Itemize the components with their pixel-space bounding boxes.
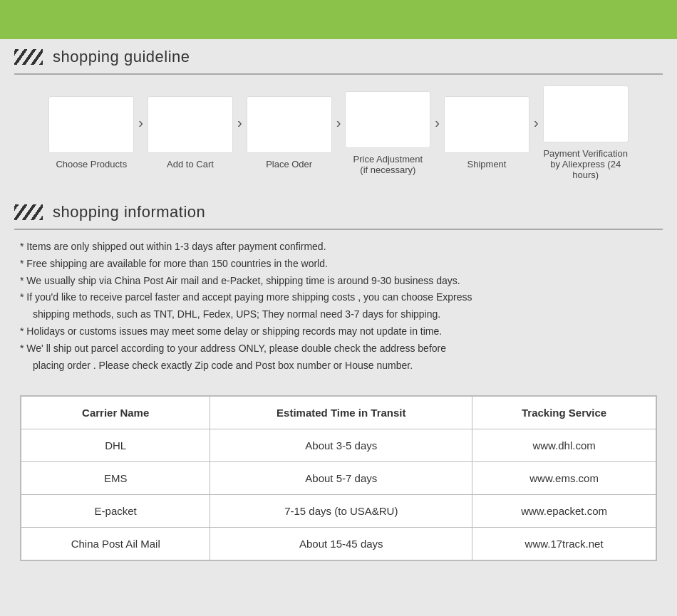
tracking-cell: www.epacket.com <box>472 495 656 528</box>
arrow-5: › <box>534 115 539 131</box>
carrier-cell: China Post Ail Mail <box>21 528 210 560</box>
step-add-to-cart: Add to Cart <box>148 96 233 169</box>
step-place-order: Place Oder <box>247 96 332 169</box>
info-header: shopping information <box>14 203 663 221</box>
step-place-order-label: Place Oder <box>266 159 312 169</box>
tracking-cell: www.dhl.com <box>472 429 656 462</box>
arrow-2: › <box>237 115 242 131</box>
arrow-1: › <box>138 115 143 131</box>
carrier-cell: EMS <box>21 462 210 495</box>
info-section: * Items are only shipped out within 1-3 … <box>0 230 677 385</box>
time-cell: About 5-7 days <box>210 462 472 495</box>
arrow-3: › <box>336 115 341 131</box>
time-cell: About 15-45 days <box>210 528 472 560</box>
table-header-row: Carrier Name Estimated Time in Transit T… <box>21 397 656 429</box>
info-line-1: * Items are only shipped out within 1-3 … <box>20 239 657 256</box>
info-line-2: * Free shipping are available for more t… <box>20 256 657 273</box>
carrier-cell: DHL <box>21 429 210 462</box>
info-title: shopping information <box>53 203 205 221</box>
step-choose-products-label: Choose Products <box>56 159 127 169</box>
step-price-adj-label: Price Adjustment(if necessary) <box>353 154 423 175</box>
tracking-cell: www.17track.net <box>472 528 656 560</box>
info-line-3: * We usually ship via China Post Air mai… <box>20 273 657 290</box>
steps-container: Choose Products › Add to Cart › <box>0 75 677 194</box>
step-price-adjustment: Price Adjustment(if necessary) <box>345 91 430 175</box>
shipping-table-container: Carrier Name Estimated Time in Transit T… <box>20 395 657 561</box>
step-payment-label: Payment Verificationby Aliexpress (24 ho… <box>543 148 629 180</box>
diagonal-lines-icon-2 <box>14 204 43 220</box>
step-shipment: Shipment <box>444 96 529 169</box>
col-carrier-name: Carrier Name <box>21 397 210 429</box>
info-line-5: * Holidays or customs issues may meet so… <box>20 323 657 340</box>
tracking-cell: www.ems.com <box>472 462 656 495</box>
time-cell: About 3-5 days <box>210 429 472 462</box>
info-line-4: * If you'd like to receive parcel faster… <box>20 289 657 323</box>
diagonal-lines-icon <box>14 49 43 65</box>
table-row: EMS About 5-7 days www.ems.com <box>21 462 656 495</box>
green-bar <box>0 0 677 39</box>
step-add-to-cart-label: Add to Cart <box>167 159 214 169</box>
col-tracking-service: Tracking Service <box>472 397 656 429</box>
arrow-4: › <box>435 115 440 131</box>
table-row: China Post Ail Mail About 15-45 days www… <box>21 528 656 560</box>
table-row: E-packet 7-15 days (to USA&RU) www.epack… <box>21 495 656 528</box>
guideline-header: shopping guideline <box>14 48 663 66</box>
col-estimated-time: Estimated Time in Transit <box>210 397 472 429</box>
table-row: DHL About 3-5 days www.dhl.com <box>21 429 656 462</box>
shipping-table: Carrier Name Estimated Time in Transit T… <box>21 396 656 560</box>
step-shipment-label: Shipment <box>467 159 507 169</box>
step-choose-products: Choose Products <box>48 96 134 169</box>
info-line-6: * We' ll ship out parcel according to yo… <box>20 340 657 375</box>
step-payment-verification: $ Payment Verificationby Aliexpress (24 … <box>543 85 629 180</box>
carrier-cell: E-packet <box>21 495 210 528</box>
guideline-title: shopping guideline <box>53 48 190 66</box>
time-cell: 7-15 days (to USA&RU) <box>210 495 472 528</box>
